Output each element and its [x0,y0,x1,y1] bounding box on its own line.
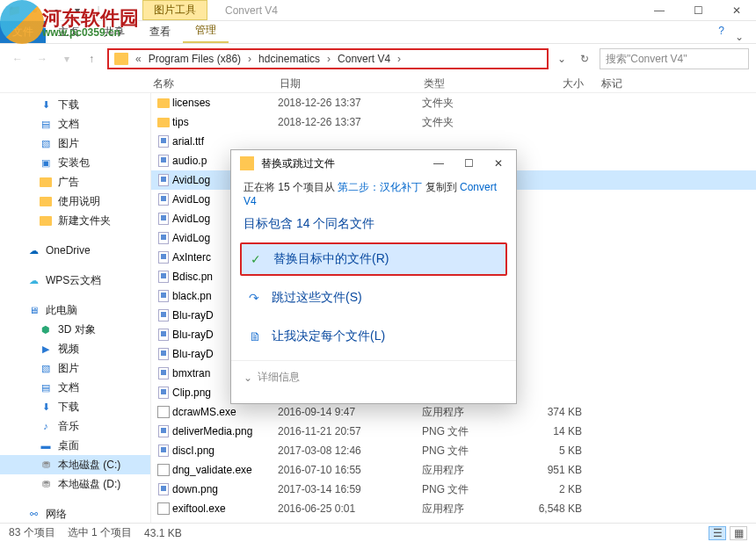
chevron-icon[interactable]: › [397,53,401,65]
nav-ads[interactable]: 广告 [0,172,150,192]
maximize-button[interactable]: ☐ [679,0,717,21]
refresh-button[interactable]: ↻ [575,49,594,69]
file-row[interactable]: licenses2018-12-26 13:37文件夹 [151,93,756,112]
tab-file[interactable]: 文件 [0,21,46,43]
nav-pkg[interactable]: ▣安装包 [0,153,150,172]
file-name: down.png [172,483,278,495]
breadcrumb-folder-icon [114,53,128,65]
help-icon[interactable]: ? [718,25,724,37]
history-dropdown[interactable]: ▾ [56,48,77,69]
file-icon [155,118,172,127]
ribbon-expand-icon[interactable]: ⌄ [723,31,756,43]
file-type: 文件夹 [422,96,526,111]
qat-dropdown-icon[interactable]: ▾ [69,2,86,19]
option-replace[interactable]: ✓ 替换目标中的文件(R) [240,242,507,276]
qat-unknown-icon[interactable]: ▪ [47,2,65,19]
file-icon [155,444,172,457]
search-input[interactable]: 搜索"Convert V4" [600,48,749,69]
nav-readme[interactable]: 使用说明 [0,192,150,211]
up-button[interactable]: ↑ [81,48,102,69]
nav-downloads2[interactable]: ⬇下载 [0,397,150,416]
nav-docs[interactable]: ▤文档 [0,114,150,134]
nav-pics2[interactable]: ▧图片 [0,358,150,378]
forward-button[interactable]: → [32,48,53,69]
view-details-button[interactable]: ☰ [709,526,726,540]
nav-label: 文档 [58,380,79,395]
option-skip[interactable]: ↷ 跳过这些文件(S) [240,281,507,314]
col-type[interactable]: 类型 [424,74,527,92]
nav-wps[interactable]: ☁WPS云文档 [0,271,150,290]
tab-view[interactable]: 查看 [137,21,183,43]
tab-home[interactable]: 主页 [46,21,91,43]
view-icons-button[interactable]: ▦ [730,526,747,540]
file-name: discI.png [172,444,278,457]
col-name[interactable]: 名称 [153,74,280,92]
file-row[interactable]: exiftool.exe2016-06-25 0:01应用程序6,548 KB [151,499,756,518]
dialog-more[interactable]: ⌄ 详细信息 [231,360,516,394]
qat-pin-icon[interactable]: ▫ [26,2,44,19]
nav-3d[interactable]: ⬢3D 对象 [0,320,150,339]
nav-pics[interactable]: ▧图片 [0,134,150,153]
status-bar: 83 个项目 选中 1 个项目 43.1 KB ☰ ▦ [0,523,756,542]
file-row[interactable]: arial.ttf [151,132,756,151]
breadcrumb[interactable]: « Program Files (x86) › hdcinematics › C… [107,48,549,69]
nav-video[interactable]: ▶视频 [0,339,150,358]
dialog-prog-mid: 复制到 [422,181,460,193]
file-date: 2016-07-10 16:55 [278,464,422,476]
tab-manage[interactable]: 管理 [183,19,229,43]
dialog-progress: 正在将 15 个项目从 第二步：汉化补丁 复制到 Convert V4 [231,177,516,216]
file-row[interactable]: discI.png2017-03-08 12:46PNG 文件5 KB [151,441,756,460]
dialog-minimize-button[interactable]: — [430,157,447,170]
chevron-icon[interactable]: « [135,53,142,65]
file-icon [155,135,172,148]
option-decide[interactable]: 🗎 让我决定每个文件(L) [240,320,507,353]
file-row[interactable]: dcrawMS.exe2016-09-14 9:47应用程序374 KB [151,402,756,422]
dialog-titlebar: 替换或跳过文件 — ☐ ✕ [231,150,516,177]
col-size[interactable]: 大小 [527,74,601,92]
nav-onedrive[interactable]: ☁OneDrive [0,241,150,260]
file-icon [155,367,172,379]
file-name: deliverMedia.png [172,425,278,437]
file-type: PNG 文件 [422,424,526,439]
chevron-down-icon: ⌄ [244,372,252,384]
file-row[interactable]: deliverMedia.png2016-11-21 20:57PNG 文件14… [151,422,756,441]
file-icon [155,387,172,399]
nav-music[interactable]: ♪音乐 [0,416,150,436]
more-label: 详细信息 [258,370,300,385]
decide-icon: 🗎 [249,329,263,343]
file-icon [155,213,172,225]
nav-docs2[interactable]: ▤文档 [0,378,150,397]
file-icon [155,406,172,418]
close-button[interactable]: ✕ [717,0,756,21]
nav-label: 新建文件夹 [58,213,111,228]
file-row[interactable]: tips2018-12-26 13:37文件夹 [151,112,756,132]
nav-downloads[interactable]: ⬇下载 [0,95,150,114]
nav-desktop[interactable]: ▬桌面 [0,436,150,455]
col-tag[interactable]: 标记 [601,74,654,92]
nav-ddisk[interactable]: ⛃本地磁盘 (D:) [0,474,150,494]
file-icon [155,251,172,264]
chevron-icon[interactable]: › [327,53,331,65]
file-icon [155,483,172,495]
dialog-maximize-button[interactable]: ☐ [460,157,477,170]
nav-network[interactable]: ⚯网络 [0,504,150,523]
nav-label: 文档 [58,117,79,132]
nav-thispc[interactable]: 🖥此电脑 [0,300,150,320]
file-row[interactable]: dng_validate.exe2016-07-10 16:55应用程序951 … [151,460,756,480]
nav-pane: ⬇下载 ▤文档 ▧图片 ▣安装包 广告 使用说明 新建文件夹 ☁OneDrive… [0,93,151,523]
nav-newfolder[interactable]: 新建文件夹 [0,211,150,230]
nav-label: 图片 [58,136,79,151]
col-date[interactable]: 日期 [280,74,424,92]
dialog-close-button[interactable]: ✕ [490,157,507,170]
chevron-icon[interactable]: › [248,53,251,65]
minimize-button[interactable]: — [640,0,679,21]
tab-share[interactable]: 共享 [91,21,137,43]
file-row[interactable]: down.png2017-03-14 16:59PNG 文件2 KB [151,480,756,499]
crumb-1[interactable]: Program Files (x86) [145,53,244,65]
crumb-3[interactable]: Convert V4 [334,53,394,65]
nav-cdisk[interactable]: ⛃本地磁盘 (C:) [0,455,150,474]
address-dropdown[interactable]: ⌄ [554,49,570,69]
crumb-2[interactable]: hdcinematics [255,53,323,65]
dialog-source-link[interactable]: 第二步：汉化补丁 [338,181,422,193]
back-button[interactable]: ← [7,48,28,69]
